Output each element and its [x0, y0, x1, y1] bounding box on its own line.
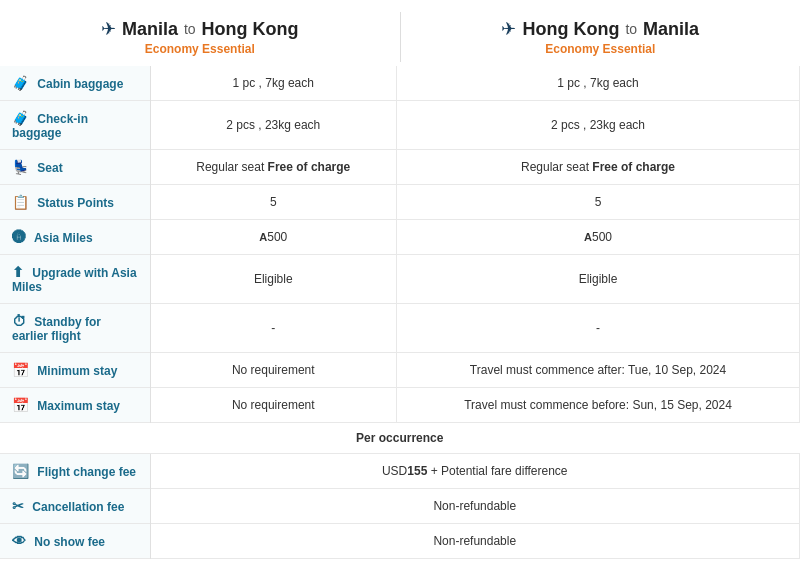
feature-max-stay: 📅 Maximum stay — [0, 388, 150, 423]
table-row: 📅 Maximum stay No requirement Travel mus… — [0, 388, 800, 423]
min-stay-right: Travel must commence after: Tue, 10 Sep,… — [397, 353, 800, 388]
plane-icon-return: ✈ — [501, 18, 516, 40]
per-occurrence-header: Per occurrence — [0, 423, 800, 454]
table-row: 📅 Minimum stay No requirement Travel mus… — [0, 353, 800, 388]
checkin-baggage-left: 2 pcs , 23kg each — [150, 101, 397, 150]
feature-status-points: 📋 Status Points — [0, 185, 150, 220]
table-row: 🧳 Check-in baggage 2 pcs , 23kg each 2 p… — [0, 101, 800, 150]
status-points-icon: 📋 — [12, 194, 29, 210]
outbound-class: Essential — [202, 42, 255, 56]
feature-min-stay: 📅 Minimum stay — [0, 353, 150, 388]
cancellation-value: Non-refundable — [150, 489, 800, 524]
table-row: 📋 Status Points 5 5 — [0, 185, 800, 220]
route-outbound: ✈ Manila to Hong Kong Economy Essential — [0, 18, 400, 56]
feature-checkin-baggage: 🧳 Check-in baggage — [0, 101, 150, 150]
cabin-baggage-right: 1 pc , 7kg each — [397, 66, 800, 101]
min-stay-left: No requirement — [150, 353, 397, 388]
feature-upgrade: ⬆ Upgrade with Asia Miles — [0, 255, 150, 304]
table-row: 🧳 Cabin baggage 1 pc , 7kg each 1 pc , 7… — [0, 66, 800, 101]
feature-cabin-baggage: 🧳 Cabin baggage — [0, 66, 150, 101]
feature-cancellation: ✂ Cancellation fee — [0, 489, 150, 524]
routes-header: ✈ Manila to Hong Kong Economy Essential … — [0, 0, 800, 66]
view-fare-rules-link[interactable]: View full fare rules and conditions › — [0, 559, 800, 567]
feature-asia-miles: 🅐 Asia Miles — [0, 220, 150, 255]
min-stay-icon: 📅 — [12, 362, 29, 378]
feature-standby: ⏱ Standby for earlier flight — [0, 304, 150, 353]
seat-right: Regular seat Free of charge — [397, 150, 800, 185]
table-row: ⏱ Standby for earlier flight - - — [0, 304, 800, 353]
max-stay-right: Travel must commence before: Sun, 15 Sep… — [397, 388, 800, 423]
cabin-baggage-left: 1 pc , 7kg each — [150, 66, 397, 101]
return-class: Essential — [603, 42, 656, 56]
comparison-table: 🧳 Cabin baggage 1 pc , 7kg each 1 pc , 7… — [0, 66, 800, 559]
asia-miles-icon: 🅐 — [12, 229, 26, 245]
status-points-right: 5 — [397, 185, 800, 220]
table-row: 💺 Seat Regular seat Free of charge Regul… — [0, 150, 800, 185]
per-occurrence-label: Per occurrence — [356, 431, 443, 445]
route-return: ✈ Hong Kong to Manila Economy Essential — [401, 18, 801, 56]
cancellation-icon: ✂ — [12, 498, 24, 514]
standby-right: - — [397, 304, 800, 353]
max-stay-icon: 📅 — [12, 397, 29, 413]
upgrade-icon: ⬆ — [12, 264, 24, 280]
return-from: Hong Kong — [522, 19, 619, 40]
table-row: ⬆ Upgrade with Asia Miles Eligible Eligi… — [0, 255, 800, 304]
flight-change-value: USD155 + Potential fare difference — [150, 454, 800, 489]
plane-icon-outbound: ✈ — [101, 18, 116, 40]
feature-no-show: 👁 No show fee — [0, 524, 150, 559]
standby-left: - — [150, 304, 397, 353]
checkin-baggage-right: 2 pcs , 23kg each — [397, 101, 800, 150]
feature-flight-change: 🔄 Flight change fee — [0, 454, 150, 489]
outbound-to: Hong Kong — [202, 19, 299, 40]
outbound-from: Manila — [122, 19, 178, 40]
table-row: ✂ Cancellation fee Non-refundable — [0, 489, 800, 524]
asia-miles-right: A500 — [397, 220, 800, 255]
table-row: 👁 No show fee Non-refundable — [0, 524, 800, 559]
asia-miles-left: A500 — [150, 220, 397, 255]
no-show-value: Non-refundable — [150, 524, 800, 559]
seat-left: Regular seat Free of charge — [150, 150, 397, 185]
outbound-cabin: Economy — [145, 42, 199, 56]
feature-seat: 💺 Seat — [0, 150, 150, 185]
return-to: Manila — [643, 19, 699, 40]
table-row: 🔄 Flight change fee USD155 + Potential f… — [0, 454, 800, 489]
checkin-baggage-icon: 🧳 — [12, 110, 29, 126]
cabin-baggage-icon: 🧳 — [12, 75, 29, 91]
no-show-icon: 👁 — [12, 533, 26, 549]
standby-icon: ⏱ — [12, 313, 26, 329]
table-row: 🅐 Asia Miles A500 A500 — [0, 220, 800, 255]
upgrade-left: Eligible — [150, 255, 397, 304]
seat-icon: 💺 — [12, 159, 29, 175]
max-stay-left: No requirement — [150, 388, 397, 423]
upgrade-right: Eligible — [397, 255, 800, 304]
return-cabin: Economy — [545, 42, 599, 56]
status-points-left: 5 — [150, 185, 397, 220]
flight-change-icon: 🔄 — [12, 463, 29, 479]
